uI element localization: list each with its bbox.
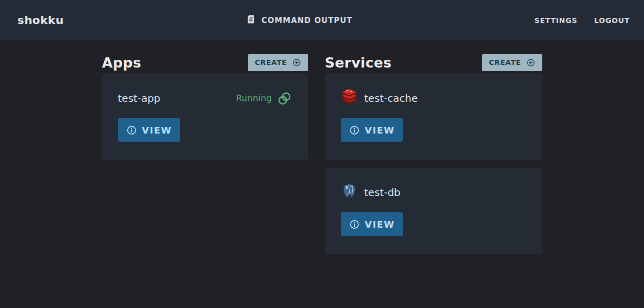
logout-link[interactable]: LOGOUT [594, 16, 630, 25]
app-name: test-app [118, 92, 160, 104]
info-circle-icon [349, 219, 360, 230]
app-card-test-app: test-app Running [102, 74, 308, 160]
apps-title: Apps [102, 55, 142, 71]
navbar-center: COMMAND OUTPUT [64, 14, 535, 27]
service-name: test-db [364, 186, 401, 199]
navbar-links: SETTINGS LOGOUT [535, 16, 630, 25]
view-service-label: VIEW [365, 125, 395, 136]
services-title: Services [325, 55, 392, 71]
create-service-label: CREATE [489, 58, 521, 67]
service-name: test-cache [364, 92, 418, 104]
create-app-button[interactable]: CREATE [248, 54, 308, 71]
create-service-button[interactable]: CREATE [482, 54, 542, 71]
apps-section-header: Apps CREATE [102, 53, 308, 72]
app-status-label: Running [236, 93, 272, 103]
apps-section: Apps CREATE test-app Running [102, 53, 308, 168]
brand-logo[interactable]: shokku [17, 14, 64, 27]
services-section-header: Services CREATE [325, 53, 542, 72]
view-service-label: VIEW [365, 219, 395, 230]
plus-circle-icon [526, 58, 536, 68]
main-content: Apps CREATE test-app Running [0, 40, 644, 262]
rings-icon [277, 91, 292, 106]
view-service-test-db-button[interactable]: VIEW [341, 212, 403, 236]
service-card-test-cache: test-cache VIEW [325, 74, 542, 160]
plus-circle-icon [292, 58, 302, 68]
app-card-header-row: test-app Running [118, 89, 292, 107]
file-text-icon [246, 14, 256, 27]
command-output-button[interactable]: COMMAND OUTPUT [246, 14, 353, 27]
service-card-header-row: test-db [341, 183, 526, 202]
create-app-label: CREATE [255, 58, 287, 67]
app-status: Running [236, 91, 292, 106]
service-card-header-row: test-cache [341, 89, 526, 107]
command-output-label: COMMAND OUTPUT [262, 16, 353, 25]
view-app-label: VIEW [142, 125, 172, 136]
view-app-button[interactable]: VIEW [118, 118, 180, 142]
service-entity: test-db [341, 183, 401, 202]
info-circle-icon [126, 125, 137, 136]
service-entity: test-cache [341, 89, 418, 107]
info-circle-icon [349, 125, 360, 136]
service-card-test-db: test-db VIEW [325, 168, 542, 254]
view-service-test-cache-button[interactable]: VIEW [341, 118, 403, 142]
postgresql-icon [341, 183, 358, 202]
redis-icon [341, 89, 358, 107]
settings-link[interactable]: SETTINGS [535, 16, 578, 25]
navbar: shokku COMMAND OUTPUT SETTINGS LOGOUT [0, 0, 644, 40]
services-section: Services CREATE [325, 53, 542, 262]
